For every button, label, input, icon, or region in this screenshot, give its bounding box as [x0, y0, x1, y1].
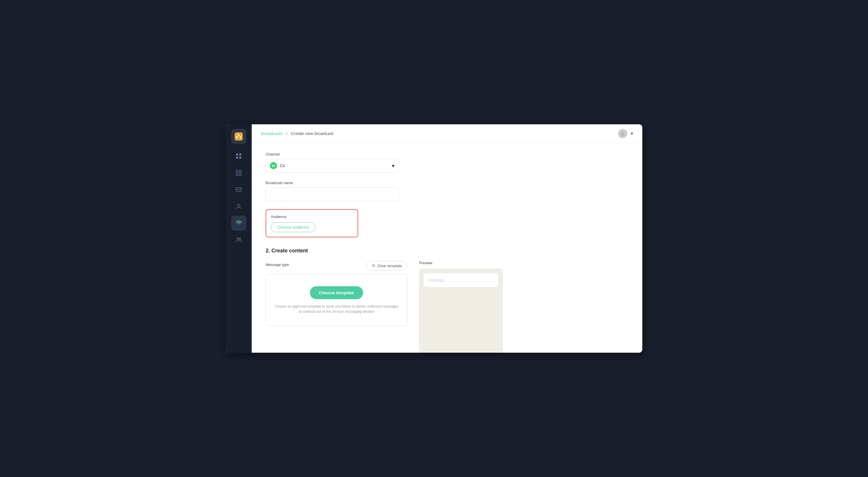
- breadcrumb-separator: >: [286, 131, 288, 136]
- audience-section: Audience Choose audience: [266, 209, 358, 237]
- channel-label: Channel: [266, 152, 628, 157]
- svg-rect-2: [236, 154, 238, 156]
- sidebar-item-grid[interactable]: [231, 165, 246, 180]
- sidebar: [226, 124, 252, 353]
- svg-point-15: [622, 132, 623, 134]
- svg-point-12: [238, 222, 240, 224]
- svg-rect-3: [239, 154, 241, 156]
- app-logo: [231, 129, 246, 144]
- svg-point-1: [238, 136, 240, 137]
- preview-phone: Message: [419, 269, 503, 353]
- broadcast-name-input[interactable]: [266, 187, 399, 201]
- channel-dropdown[interactable]: W Cs ▾: [266, 159, 399, 173]
- channel-dropdown-value: W Cs: [270, 162, 285, 169]
- preview-label: Preview: [419, 261, 628, 265]
- page-content: Channel W Cs ▾ Broadcast name Audience C…: [252, 143, 642, 353]
- message-type-box: Choose template Choose an approved templ…: [266, 274, 407, 326]
- svg-rect-7: [239, 170, 241, 172]
- user-avatar[interactable]: [618, 129, 627, 138]
- sidebar-item-inbox[interactable]: [231, 182, 246, 197]
- svg-rect-9: [239, 173, 241, 175]
- template-hint: Choose an approved template to avoid any…: [273, 304, 400, 314]
- clear-template-button[interactable]: ↻ Clear template: [367, 261, 407, 271]
- sidebar-item-contacts[interactable]: [231, 199, 246, 214]
- choose-audience-button[interactable]: Choose audience: [271, 222, 316, 232]
- channel-chevron-icon: ▾: [392, 163, 394, 169]
- main-content: Broadcasts > Create new broadcast ▾ Chan…: [252, 124, 642, 353]
- sidebar-item-dashboard[interactable]: [231, 148, 246, 164]
- preview-message-bubble: Message: [424, 273, 498, 287]
- clear-template-label: Clear template: [377, 264, 402, 268]
- sidebar-item-groups[interactable]: [231, 232, 246, 247]
- broadcast-name-label: Broadcast name: [266, 181, 628, 185]
- header-right: ▾: [618, 129, 633, 138]
- breadcrumb-current-page: Create new broadcast: [291, 131, 334, 136]
- svg-rect-4: [236, 157, 238, 159]
- create-content-area: Message type ↻ Clear template Choose tem…: [266, 261, 628, 353]
- channel-selected-value: Cs: [280, 163, 285, 168]
- svg-point-14: [239, 238, 241, 240]
- header-chevron-icon[interactable]: ▾: [631, 131, 633, 136]
- message-type-area: Message type ↻ Clear template Choose tem…: [266, 261, 407, 326]
- breadcrumb-broadcasts-link[interactable]: Broadcasts: [261, 131, 283, 136]
- refresh-icon: ↻: [372, 263, 376, 268]
- message-type-label: Message type: [266, 263, 289, 267]
- whatsapp-icon: W: [270, 162, 277, 169]
- svg-point-11: [238, 204, 240, 206]
- page-header: Broadcasts > Create new broadcast ▾: [252, 124, 642, 143]
- svg-rect-5: [239, 157, 241, 159]
- preview-message-placeholder: Message: [428, 278, 445, 282]
- svg-rect-6: [236, 170, 238, 172]
- preview-panel: Preview Message: [419, 261, 628, 353]
- svg-point-13: [237, 238, 239, 240]
- audience-label: Audience: [271, 214, 353, 219]
- breadcrumb: Broadcasts > Create new broadcast: [261, 131, 334, 136]
- message-type-header: Message type ↻ Clear template: [266, 261, 407, 271]
- create-content-title: 2. Create content: [266, 248, 628, 254]
- svg-rect-8: [236, 173, 238, 175]
- choose-template-button[interactable]: Choose template: [310, 286, 363, 299]
- sidebar-item-broadcasts[interactable]: [231, 216, 246, 231]
- svg-rect-10: [236, 188, 241, 192]
